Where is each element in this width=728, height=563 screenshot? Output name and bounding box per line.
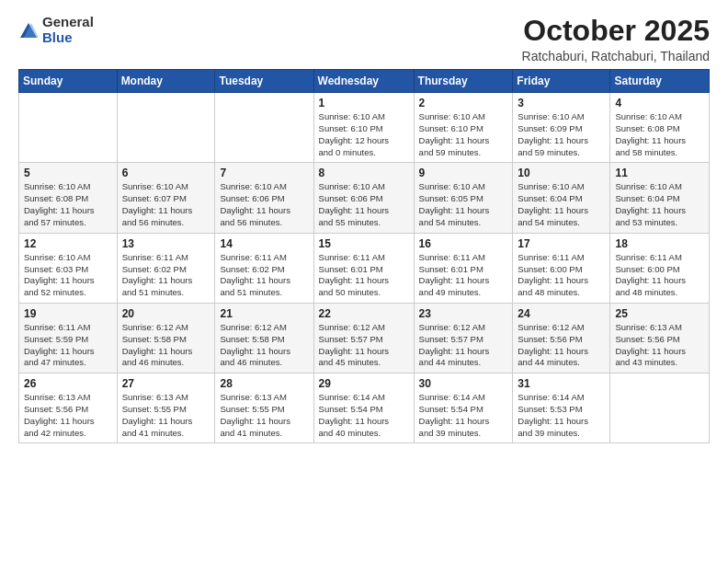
day-number: 12 [24,237,112,250]
day-cell: 4Sunrise: 6:10 AMSunset: 6:08 PMDaylight… [610,93,710,163]
day-info: Sunrise: 6:11 AMSunset: 6:00 PMDaylight:… [615,252,704,299]
day-cell [610,373,710,443]
col-header-monday: Monday [117,70,215,93]
col-header-wednesday: Wednesday [313,70,414,93]
col-header-saturday: Saturday [610,70,710,93]
day-info: Sunrise: 6:12 AMSunset: 5:57 PMDaylight:… [319,322,409,369]
day-cell: 29Sunrise: 6:14 AMSunset: 5:54 PMDayligh… [313,373,414,443]
day-number: 5 [24,167,112,179]
day-info: Sunrise: 6:14 AMSunset: 5:54 PMDaylight:… [419,392,508,439]
day-number: 25 [615,307,704,320]
day-info: Sunrise: 6:12 AMSunset: 5:57 PMDaylight:… [419,322,508,369]
day-cell: 20Sunrise: 6:12 AMSunset: 5:58 PMDayligh… [117,303,215,373]
day-cell: 25Sunrise: 6:13 AMSunset: 5:56 PMDayligh… [610,303,710,373]
week-row-2: 5Sunrise: 6:10 AMSunset: 6:08 PMDaylight… [19,163,710,233]
day-info: Sunrise: 6:11 AMSunset: 6:02 PMDaylight:… [220,252,308,299]
day-info: Sunrise: 6:10 AMSunset: 6:06 PMDaylight:… [220,181,308,228]
day-cell: 31Sunrise: 6:14 AMSunset: 5:53 PMDayligh… [513,373,610,443]
day-cell: 19Sunrise: 6:11 AMSunset: 5:59 PMDayligh… [19,303,118,373]
col-header-thursday: Thursday [414,70,513,93]
day-cell: 30Sunrise: 6:14 AMSunset: 5:54 PMDayligh… [414,373,513,443]
day-info: Sunrise: 6:10 AMSunset: 6:03 PMDaylight:… [24,252,112,299]
logo-icon [18,21,39,41]
day-cell: 10Sunrise: 6:10 AMSunset: 6:04 PMDayligh… [513,163,610,233]
day-number: 20 [122,307,210,320]
day-number: 7 [220,167,308,179]
day-cell: 3Sunrise: 6:10 AMSunset: 6:09 PMDaylight… [513,93,610,163]
week-row-3: 12Sunrise: 6:10 AMSunset: 6:03 PMDayligh… [19,233,710,303]
day-info: Sunrise: 6:11 AMSunset: 6:01 PMDaylight:… [419,252,508,299]
day-info: Sunrise: 6:11 AMSunset: 6:02 PMDaylight:… [122,252,210,299]
day-info: Sunrise: 6:12 AMSunset: 5:56 PMDaylight:… [518,322,605,369]
day-number: 30 [419,377,508,390]
day-info: Sunrise: 6:10 AMSunset: 6:04 PMDaylight:… [518,181,605,228]
day-number: 13 [122,237,210,250]
logo: General Blue [18,15,94,45]
day-info: Sunrise: 6:11 AMSunset: 5:59 PMDaylight:… [24,322,112,369]
day-cell: 23Sunrise: 6:12 AMSunset: 5:57 PMDayligh… [414,303,513,373]
header: General Blue October 2025 Ratchaburi, Ra… [18,15,710,63]
day-info: Sunrise: 6:10 AMSunset: 6:06 PMDaylight:… [319,181,409,228]
day-cell: 15Sunrise: 6:11 AMSunset: 6:01 PMDayligh… [313,233,414,303]
day-info: Sunrise: 6:11 AMSunset: 6:00 PMDaylight:… [518,252,605,299]
week-row-5: 26Sunrise: 6:13 AMSunset: 5:56 PMDayligh… [19,373,710,443]
day-cell: 21Sunrise: 6:12 AMSunset: 5:58 PMDayligh… [215,303,313,373]
location: Ratchaburi, Ratchaburi, Thailand [522,49,710,63]
day-number: 19 [24,307,112,320]
day-number: 17 [518,237,605,250]
day-info: Sunrise: 6:13 AMSunset: 5:55 PMDaylight:… [220,392,308,439]
day-cell: 13Sunrise: 6:11 AMSunset: 6:02 PMDayligh… [117,233,215,303]
day-number: 21 [220,307,308,320]
day-cell: 7Sunrise: 6:10 AMSunset: 6:06 PMDaylight… [215,163,313,233]
day-number: 24 [518,307,605,320]
day-cell [215,93,313,163]
col-header-friday: Friday [513,70,610,93]
day-cell: 22Sunrise: 6:12 AMSunset: 5:57 PMDayligh… [313,303,414,373]
day-info: Sunrise: 6:10 AMSunset: 6:04 PMDaylight:… [615,181,704,228]
day-cell: 16Sunrise: 6:11 AMSunset: 6:01 PMDayligh… [414,233,513,303]
day-info: Sunrise: 6:10 AMSunset: 6:07 PMDaylight:… [122,181,210,228]
day-number: 1 [319,97,409,109]
day-info: Sunrise: 6:11 AMSunset: 6:01 PMDaylight:… [319,252,409,299]
calendar-header-row: SundayMondayTuesdayWednesdayThursdayFrid… [19,70,710,93]
day-info: Sunrise: 6:10 AMSunset: 6:09 PMDaylight:… [518,111,605,158]
day-cell: 18Sunrise: 6:11 AMSunset: 6:00 PMDayligh… [610,233,710,303]
day-cell: 17Sunrise: 6:11 AMSunset: 6:00 PMDayligh… [513,233,610,303]
day-info: Sunrise: 6:13 AMSunset: 5:55 PMDaylight:… [122,392,210,439]
col-header-tuesday: Tuesday [215,70,313,93]
month-title: October 2025 [522,15,710,47]
day-info: Sunrise: 6:12 AMSunset: 5:58 PMDaylight:… [122,322,210,369]
day-cell: 14Sunrise: 6:11 AMSunset: 6:02 PMDayligh… [215,233,313,303]
day-cell [117,93,215,163]
day-info: Sunrise: 6:13 AMSunset: 5:56 PMDaylight:… [24,392,112,439]
day-number: 31 [518,377,605,390]
day-number: 16 [419,237,508,250]
day-info: Sunrise: 6:14 AMSunset: 5:54 PMDaylight:… [319,392,409,439]
day-number: 14 [220,237,308,250]
title-block: October 2025 Ratchaburi, Ratchaburi, Tha… [522,15,710,63]
day-info: Sunrise: 6:10 AMSunset: 6:10 PMDaylight:… [419,111,508,158]
calendar-page: General Blue October 2025 Ratchaburi, Ra… [0,0,728,453]
day-info: Sunrise: 6:13 AMSunset: 5:56 PMDaylight:… [615,322,704,369]
day-info: Sunrise: 6:10 AMSunset: 6:10 PMDaylight:… [319,111,409,158]
day-info: Sunrise: 6:10 AMSunset: 6:05 PMDaylight:… [419,181,508,228]
day-info: Sunrise: 6:10 AMSunset: 6:08 PMDaylight:… [24,181,112,228]
day-number: 9 [419,167,508,179]
day-number: 3 [518,97,605,109]
day-number: 10 [518,167,605,179]
calendar-table: SundayMondayTuesdayWednesdayThursdayFrid… [18,69,710,443]
day-cell: 9Sunrise: 6:10 AMSunset: 6:05 PMDaylight… [414,163,513,233]
day-number: 23 [419,307,508,320]
day-number: 4 [615,97,704,109]
day-cell: 12Sunrise: 6:10 AMSunset: 6:03 PMDayligh… [19,233,118,303]
logo-general: General [42,15,94,30]
day-number: 6 [122,167,210,179]
day-number: 18 [615,237,704,250]
day-cell: 24Sunrise: 6:12 AMSunset: 5:56 PMDayligh… [513,303,610,373]
day-info: Sunrise: 6:10 AMSunset: 6:08 PMDaylight:… [615,111,704,158]
day-cell: 28Sunrise: 6:13 AMSunset: 5:55 PMDayligh… [215,373,313,443]
logo-text: General Blue [42,15,94,45]
day-number: 8 [319,167,409,179]
day-cell: 26Sunrise: 6:13 AMSunset: 5:56 PMDayligh… [19,373,118,443]
day-cell: 5Sunrise: 6:10 AMSunset: 6:08 PMDaylight… [19,163,118,233]
